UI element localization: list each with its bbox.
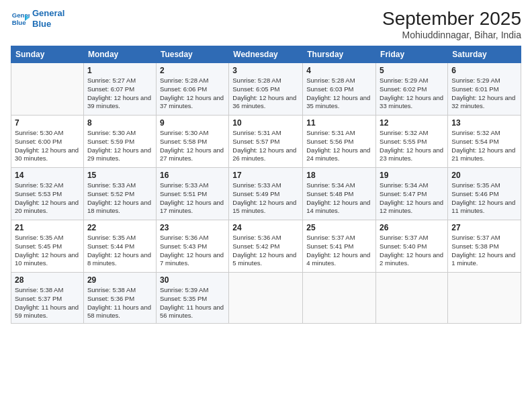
calendar-cell: 14Sunrise: 5:32 AMSunset: 5:53 PMDayligh… bbox=[11, 168, 84, 220]
cell-info: Sunrise: 5:38 AMSunset: 5:37 PMDaylight:… bbox=[15, 286, 80, 320]
day-number: 6 bbox=[451, 66, 517, 75]
day-number: 26 bbox=[380, 223, 444, 232]
day-number: 29 bbox=[87, 275, 152, 285]
calendar-table: SundayMondayTuesdayWednesdayThursdayFrid… bbox=[11, 46, 521, 324]
cell-info: Sunrise: 5:34 AMSunset: 5:47 PMDaylight:… bbox=[380, 181, 444, 216]
header-cell-thursday: Thursday bbox=[303, 46, 376, 63]
calendar-cell: 1Sunrise: 5:27 AMSunset: 6:07 PMDaylight… bbox=[83, 63, 156, 116]
week-row-4: 28Sunrise: 5:38 AMSunset: 5:37 PMDayligh… bbox=[11, 273, 521, 324]
cell-info: Sunrise: 5:35 AMSunset: 5:46 PMDaylight:… bbox=[451, 181, 517, 216]
week-row-1: 7Sunrise: 5:30 AMSunset: 6:00 PMDaylight… bbox=[11, 116, 521, 168]
calendar-cell: 27Sunrise: 5:37 AMSunset: 5:38 PMDayligh… bbox=[448, 220, 521, 273]
calendar-cell bbox=[448, 273, 521, 324]
logo-text: General Blue bbox=[32, 8, 64, 29]
cell-info: Sunrise: 5:36 AMSunset: 5:42 PMDaylight:… bbox=[232, 234, 299, 268]
svg-text:Blue: Blue bbox=[12, 18, 26, 26]
cell-info: Sunrise: 5:32 AMSunset: 5:53 PMDaylight:… bbox=[15, 181, 80, 216]
day-number: 1 bbox=[87, 66, 152, 75]
calendar-cell: 11Sunrise: 5:31 AMSunset: 5:56 PMDayligh… bbox=[303, 116, 376, 168]
header-cell-wednesday: Wednesday bbox=[229, 46, 303, 63]
cell-info: Sunrise: 5:33 AMSunset: 5:49 PMDaylight:… bbox=[232, 181, 299, 216]
calendar-cell: 26Sunrise: 5:37 AMSunset: 5:40 PMDayligh… bbox=[376, 220, 448, 273]
day-number: 23 bbox=[160, 223, 225, 232]
header: General Blue General Blue September 2025… bbox=[11, 8, 521, 40]
logo: General Blue General Blue bbox=[11, 8, 64, 29]
logo-icon: General Blue bbox=[11, 9, 30, 28]
cell-info: Sunrise: 5:37 AMSunset: 5:40 PMDaylight:… bbox=[380, 234, 444, 268]
day-number: 17 bbox=[232, 171, 299, 180]
day-number: 10 bbox=[232, 118, 299, 128]
cell-info: Sunrise: 5:31 AMSunset: 5:56 PMDaylight:… bbox=[306, 129, 372, 163]
logo-line1: General bbox=[32, 8, 64, 18]
header-cell-friday: Friday bbox=[376, 46, 448, 63]
calendar-cell: 19Sunrise: 5:34 AMSunset: 5:47 PMDayligh… bbox=[376, 168, 448, 220]
week-row-2: 14Sunrise: 5:32 AMSunset: 5:53 PMDayligh… bbox=[11, 168, 521, 220]
page-container: General Blue General Blue September 2025… bbox=[0, 0, 532, 329]
month-title: September 2025 bbox=[382, 8, 521, 30]
calendar-body: 1Sunrise: 5:27 AMSunset: 6:07 PMDaylight… bbox=[11, 63, 521, 324]
week-row-3: 21Sunrise: 5:35 AMSunset: 5:45 PMDayligh… bbox=[11, 220, 521, 273]
calendar-cell: 3Sunrise: 5:28 AMSunset: 6:05 PMDaylight… bbox=[229, 63, 303, 116]
calendar-cell: 8Sunrise: 5:30 AMSunset: 5:59 PMDaylight… bbox=[83, 116, 156, 168]
calendar-cell: 13Sunrise: 5:32 AMSunset: 5:54 PMDayligh… bbox=[448, 116, 521, 168]
calendar-cell: 21Sunrise: 5:35 AMSunset: 5:45 PMDayligh… bbox=[11, 220, 84, 273]
day-number: 9 bbox=[160, 118, 225, 128]
logo-line2: Blue bbox=[32, 19, 51, 29]
calendar-cell: 24Sunrise: 5:36 AMSunset: 5:42 PMDayligh… bbox=[229, 220, 303, 273]
calendar-cell: 23Sunrise: 5:36 AMSunset: 5:43 PMDayligh… bbox=[156, 220, 228, 273]
calendar-cell: 30Sunrise: 5:39 AMSunset: 5:35 PMDayligh… bbox=[156, 273, 228, 324]
calendar-cell bbox=[229, 273, 303, 324]
header-cell-saturday: Saturday bbox=[448, 46, 521, 63]
cell-info: Sunrise: 5:28 AMSunset: 6:03 PMDaylight:… bbox=[306, 77, 372, 111]
day-number: 8 bbox=[87, 118, 152, 128]
calendar-cell: 16Sunrise: 5:33 AMSunset: 5:51 PMDayligh… bbox=[156, 168, 228, 220]
cell-info: Sunrise: 5:34 AMSunset: 5:48 PMDaylight:… bbox=[306, 181, 372, 216]
calendar-cell bbox=[11, 63, 84, 116]
cell-info: Sunrise: 5:36 AMSunset: 5:43 PMDaylight:… bbox=[160, 234, 225, 268]
cell-info: Sunrise: 5:31 AMSunset: 5:57 PMDaylight:… bbox=[232, 129, 299, 163]
cell-info: Sunrise: 5:29 AMSunset: 6:02 PMDaylight:… bbox=[380, 77, 444, 111]
header-cell-sunday: Sunday bbox=[11, 46, 84, 63]
calendar-cell: 10Sunrise: 5:31 AMSunset: 5:57 PMDayligh… bbox=[229, 116, 303, 168]
day-number: 15 bbox=[87, 171, 152, 180]
calendar-cell: 25Sunrise: 5:37 AMSunset: 5:41 PMDayligh… bbox=[303, 220, 376, 273]
cell-info: Sunrise: 5:37 AMSunset: 5:41 PMDaylight:… bbox=[306, 234, 372, 268]
calendar-header: SundayMondayTuesdayWednesdayThursdayFrid… bbox=[11, 46, 521, 63]
header-cell-monday: Monday bbox=[83, 46, 156, 63]
calendar-cell: 4Sunrise: 5:28 AMSunset: 6:03 PMDaylight… bbox=[303, 63, 376, 116]
day-number: 3 bbox=[232, 66, 299, 75]
cell-info: Sunrise: 5:28 AMSunset: 6:06 PMDaylight:… bbox=[160, 77, 225, 111]
cell-info: Sunrise: 5:35 AMSunset: 5:44 PMDaylight:… bbox=[87, 234, 152, 268]
day-number: 11 bbox=[306, 118, 372, 128]
cell-info: Sunrise: 5:30 AMSunset: 5:58 PMDaylight:… bbox=[160, 129, 225, 163]
header-row: SundayMondayTuesdayWednesdayThursdayFrid… bbox=[11, 46, 521, 63]
day-number: 27 bbox=[451, 223, 517, 232]
calendar-cell: 5Sunrise: 5:29 AMSunset: 6:02 PMDaylight… bbox=[376, 63, 448, 116]
calendar-cell bbox=[303, 273, 376, 324]
calendar-cell: 2Sunrise: 5:28 AMSunset: 6:06 PMDaylight… bbox=[156, 63, 228, 116]
cell-info: Sunrise: 5:30 AMSunset: 5:59 PMDaylight:… bbox=[87, 129, 152, 163]
calendar-cell: 28Sunrise: 5:38 AMSunset: 5:37 PMDayligh… bbox=[11, 273, 84, 324]
day-number: 7 bbox=[15, 118, 80, 128]
calendar-cell: 20Sunrise: 5:35 AMSunset: 5:46 PMDayligh… bbox=[448, 168, 521, 220]
calendar-cell: 9Sunrise: 5:30 AMSunset: 5:58 PMDaylight… bbox=[156, 116, 228, 168]
calendar-cell: 12Sunrise: 5:32 AMSunset: 5:55 PMDayligh… bbox=[376, 116, 448, 168]
calendar-cell: 7Sunrise: 5:30 AMSunset: 6:00 PMDaylight… bbox=[11, 116, 84, 168]
cell-info: Sunrise: 5:27 AMSunset: 6:07 PMDaylight:… bbox=[87, 77, 152, 111]
week-row-0: 1Sunrise: 5:27 AMSunset: 6:07 PMDaylight… bbox=[11, 63, 521, 116]
day-number: 19 bbox=[380, 171, 444, 180]
cell-info: Sunrise: 5:33 AMSunset: 5:52 PMDaylight:… bbox=[87, 181, 152, 216]
calendar-cell: 29Sunrise: 5:38 AMSunset: 5:36 PMDayligh… bbox=[83, 273, 156, 324]
cell-info: Sunrise: 5:39 AMSunset: 5:35 PMDaylight:… bbox=[160, 286, 225, 320]
day-number: 25 bbox=[306, 223, 372, 232]
cell-info: Sunrise: 5:32 AMSunset: 5:54 PMDaylight:… bbox=[451, 129, 517, 163]
day-number: 4 bbox=[306, 66, 372, 75]
location: Mohiuddinnagar, Bihar, India bbox=[382, 30, 521, 40]
day-number: 14 bbox=[15, 171, 80, 180]
day-number: 28 bbox=[15, 275, 80, 285]
header-cell-tuesday: Tuesday bbox=[156, 46, 228, 63]
cell-info: Sunrise: 5:29 AMSunset: 6:01 PMDaylight:… bbox=[451, 77, 517, 111]
day-number: 2 bbox=[160, 66, 225, 75]
day-number: 20 bbox=[451, 171, 517, 180]
cell-info: Sunrise: 5:28 AMSunset: 6:05 PMDaylight:… bbox=[232, 77, 299, 111]
